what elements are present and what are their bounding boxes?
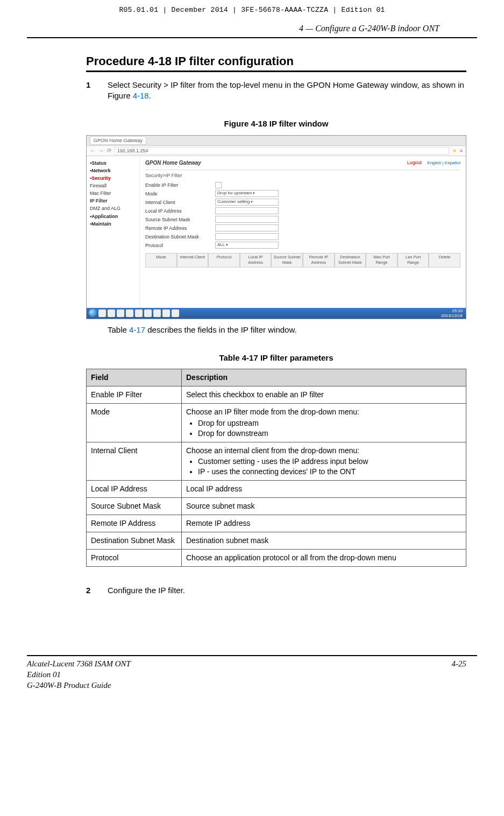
- th-protocol: Protocol: [208, 253, 240, 267]
- bullet: Drop for downstream: [198, 428, 462, 439]
- figure-caption: Figure 4-18 IP filter window: [86, 118, 466, 129]
- th-src-mask: Source Subnet Mask: [271, 253, 303, 267]
- source-mask-input[interactable]: [215, 216, 279, 223]
- page-number: 4-25: [452, 658, 467, 691]
- step-body: Select Security > IP filter from the top…: [108, 80, 466, 102]
- cell-field: Local IP Address: [87, 481, 182, 498]
- remote-ip-input[interactable]: [215, 224, 279, 231]
- menu-icon[interactable]: ≡: [460, 147, 463, 154]
- breadcrumb: Security>IP Filter: [145, 172, 460, 179]
- th-dst-mask: Destination Subnet Mask: [335, 253, 366, 267]
- step-text-post: .: [149, 91, 151, 100]
- local-ip-input[interactable]: [215, 207, 279, 214]
- back-icon[interactable]: ←: [90, 147, 95, 154]
- cell-field: Destination Subnet Mask: [87, 532, 182, 549]
- figure-xref[interactable]: 4-18: [133, 91, 149, 100]
- table-row: Source Subnet Mask Source subnet mask: [87, 498, 466, 515]
- cell-desc: Destination subnet mask: [182, 532, 466, 549]
- sidebar-item-firewall[interactable]: Firewall: [89, 182, 137, 189]
- sidebar-item-mac-filter[interactable]: Mac Filter: [89, 189, 137, 197]
- th-local-ip: Local IP Address: [240, 253, 272, 267]
- table-row: Protocol Choose an application protocol …: [87, 549, 466, 566]
- table-row: Destination Subnet Mask Destination subn…: [87, 532, 466, 549]
- reload-icon[interactable]: ⟳: [107, 147, 111, 154]
- step-text: Select Security > IP filter from the top…: [108, 80, 464, 100]
- cell-desc: Remote IP address: [182, 515, 466, 532]
- label-protocol: Protocol: [145, 242, 215, 249]
- start-orb-icon[interactable]: [89, 309, 97, 317]
- th-mode: Mode: [145, 253, 177, 267]
- cell-desc: Select this checkbox to enable an IP fil…: [182, 386, 466, 403]
- doc-header: R05.01.01 | December 2014 | 3FE-56678-AA…: [0, 0, 504, 15]
- lang-espanol[interactable]: Español: [445, 160, 460, 165]
- internal-client-select[interactable]: Customer setting: [215, 199, 279, 206]
- taskbar-icon[interactable]: [117, 309, 124, 317]
- th-remote-ip: Remote IP Address: [303, 253, 335, 267]
- cell-field: Enable IP Filter: [87, 386, 182, 403]
- taskbar-icon[interactable]: [153, 309, 161, 317]
- table-xref[interactable]: 4-17: [129, 325, 145, 334]
- cell-field: Remote IP Address: [87, 515, 182, 532]
- taskbar-icon[interactable]: [126, 309, 133, 317]
- browser-tabbar: GPON Home Gateway: [87, 136, 466, 146]
- th-internal: Internal Client: [177, 253, 209, 267]
- browser-toolbar: ← → ⟳ 192.168.1.254 ★ ≡: [87, 146, 466, 156]
- table-row: Remote IP Address Remote IP address: [87, 515, 466, 532]
- taskbar-clock: 15:102013/12/18: [441, 308, 464, 318]
- sidebar-item-maintain[interactable]: ▪Maintain: [89, 220, 137, 228]
- footer-line-1: Alcatel-Lucent 7368 ISAM ONT: [27, 658, 131, 669]
- bookmark-icon[interactable]: ★: [452, 147, 457, 154]
- sidebar-item-dmz-alg[interactable]: DMZ and ALG: [89, 205, 137, 212]
- enable-checkbox[interactable]: [215, 182, 222, 188]
- cell-field: Internal Client: [87, 442, 182, 481]
- sidebar-item-network[interactable]: ▪Network: [89, 167, 137, 174]
- results-table-header: Mode Internal Client Protocol Local IP A…: [145, 253, 460, 267]
- th-lan-port: Lan Port Range: [397, 253, 429, 267]
- sidebar-item-ip-filter[interactable]: IP Filter: [89, 197, 137, 205]
- th-field: Field: [87, 369, 182, 386]
- footer-line-3: G-240W-B Product Guide: [27, 680, 131, 691]
- taskbar-icon[interactable]: [144, 309, 152, 317]
- forward-icon[interactable]: →: [98, 147, 104, 154]
- label-enable: Enable IP Filter: [145, 182, 215, 188]
- sidebar: ▪Status ▪Network ▪Security Firewall Mac …: [87, 156, 140, 309]
- lang-english[interactable]: English: [427, 160, 441, 165]
- protocol-select[interactable]: ALL: [215, 242, 279, 249]
- sidebar-item-application[interactable]: ▪Application: [89, 213, 137, 220]
- taskbar-icon[interactable]: [162, 309, 170, 317]
- address-bar[interactable]: 192.168.1.254: [115, 147, 449, 154]
- dest-mask-input[interactable]: [215, 233, 279, 240]
- cell-field: Mode: [87, 403, 182, 442]
- th-wan-port: Wan Port Range: [366, 253, 397, 267]
- table-row: Internal Client Choose an internal clien…: [87, 442, 466, 481]
- sidebar-item-status[interactable]: ▪Status: [89, 159, 137, 167]
- browser-tab[interactable]: GPON Home Gateway: [90, 136, 146, 145]
- procedure-title: Procedure 4-18 IP filter configuration: [86, 53, 466, 72]
- taskbar-icon[interactable]: [172, 309, 179, 317]
- label-local-ip: Local IP Address: [145, 208, 215, 214]
- table-row: Mode Choose an IP filter mode from the d…: [87, 403, 466, 442]
- page-footer: Alcatel-Lucent 7368 ISAM ONT Edition 01 …: [27, 658, 466, 691]
- screenshot: GPON Home Gateway ← → ⟳ 192.168.1.254 ★ …: [86, 135, 466, 319]
- sidebar-item-security[interactable]: ▪Security: [89, 174, 137, 182]
- footer-line-2: Edition 01: [27, 669, 131, 680]
- taskbar-icon[interactable]: [135, 309, 143, 317]
- th-delete: Delete: [429, 253, 460, 267]
- bullet: Customer setting - uses the IP address i…: [198, 456, 462, 467]
- app-title: GPON Home Gateway: [145, 159, 201, 167]
- table-row: Enable IP Filter Select this checkbox to…: [87, 386, 466, 403]
- mode-select[interactable]: Drop for upstream: [215, 190, 279, 197]
- label-dest-mask: Destination Subnet Mask: [145, 234, 215, 240]
- step-1: 1 Select Security > IP filter from the t…: [86, 80, 466, 102]
- taskbar-icon[interactable]: [108, 309, 115, 317]
- step-2: 2 Configure the IP filter.: [86, 585, 466, 596]
- parameters-table: Field Description Enable IP Filter Selec…: [86, 369, 466, 567]
- table-intro: Table 4-17 describes the fields in the I…: [108, 325, 466, 335]
- step-number: 1: [86, 80, 108, 102]
- logout-link[interactable]: Logout: [407, 160, 422, 165]
- taskbar-icon[interactable]: [98, 309, 106, 317]
- label-remote-ip: Remote IP Address: [145, 225, 215, 231]
- cell-desc: Choose an IP filter mode from the drop-d…: [182, 403, 466, 442]
- cell-desc: Local IP address: [182, 481, 466, 498]
- step-body: Configure the IP filter.: [108, 585, 466, 596]
